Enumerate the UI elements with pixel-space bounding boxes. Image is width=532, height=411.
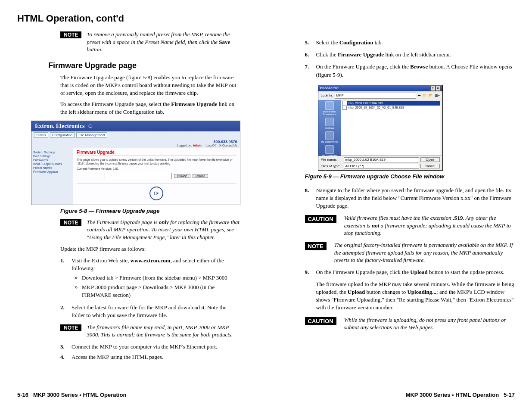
new-folder-icon[interactable]: 📂	[429, 93, 433, 97]
step-9: 9 On the Firmware Upgrade page, click th…	[305, 268, 515, 312]
heading-firmware-upgrade: Firmware Upgrade page	[48, 61, 240, 70]
close-icon[interactable]: ×	[436, 86, 441, 91]
nav-back-icon[interactable]: ⬅	[418, 93, 421, 97]
note-text: The original factory-installed firmware …	[334, 241, 515, 264]
step-1-bullet: MKP 3000 product page > Downloads > MKP …	[82, 283, 240, 299]
page-header: HTML Operation, cont'd	[17, 13, 240, 26]
nav-up-icon[interactable]: 📁	[423, 93, 427, 97]
tab-file-management[interactable]: File Management	[76, 132, 107, 138]
step-7: 7 On the Firmware Upgrade page, click th…	[305, 63, 515, 78]
sidebar-item[interactable]: Port Settings	[33, 155, 71, 158]
upload-button[interactable]: Upload	[193, 174, 208, 178]
panel-desc: This page allows you to upload a new ver…	[77, 158, 236, 165]
contact-link[interactable]: Contact Us	[222, 144, 237, 147]
refresh-icon: ⟳	[149, 187, 163, 200]
note-badge: NOTE	[305, 242, 327, 250]
sidebar-item[interactable]: System Settings	[33, 151, 71, 154]
note-factory-fw: NOTE The original factory-installed firm…	[305, 241, 515, 264]
current-version: Current Firmware Version: 2.01	[77, 167, 236, 170]
places-item[interactable]: Desktop	[319, 118, 340, 129]
figure-5-8-caption: Figure 5-8 — Firmware Upgrade page	[60, 208, 240, 214]
cancel-button[interactable]: Cancel	[420, 164, 440, 168]
note-badge: NOTE	[60, 324, 81, 331]
figure-5-9: Choose file ?× Look in: ⬅ 📁 📂 ▦▾ My Rece…	[318, 85, 443, 171]
note-fw-only: NOTE The Firmware Upgrade page is only f…	[60, 218, 240, 241]
extron-header: Extron. Electronics ☺	[31, 121, 240, 131]
lookin-label: Look in:	[321, 93, 333, 97]
file-list[interactable]: mkp_2000 2.02 B10A.S19 mkp_2000_19_1634_…	[341, 100, 441, 156]
sidebar-item[interactable]: Firmware Upgrade	[33, 170, 71, 173]
tab-status[interactable]: Status	[34, 132, 48, 138]
step-6: 6 Click the Firmware Upgrade link on the…	[305, 51, 515, 59]
step-5: 5 Select the Configuration tab.	[305, 39, 515, 47]
phone-number: 800.633.9876	[34, 140, 237, 144]
note-badge: NOTE	[60, 31, 81, 38]
filename-label: File name:	[321, 158, 342, 162]
extron-tabs: Status Configuration File Management	[31, 131, 240, 139]
para-fw-intro: The Firmware Upgrade page (figure 5-8) e…	[60, 74, 240, 97]
places-item[interactable]: My Recent Documents	[319, 101, 340, 115]
update-intro: Update the MKP firmware as follows:	[60, 245, 240, 253]
step-3: 3 Connect the MKP to your computer via t…	[60, 343, 240, 351]
figure-5-9-caption: Figure 5-9 — Firmware upgrade Choose Fil…	[305, 173, 515, 180]
caution-text: While the firmware is uploading, do not …	[344, 316, 515, 331]
filetype-dropdown[interactable]	[344, 164, 419, 169]
caution-badge: CAUTION	[305, 215, 336, 223]
step-1-bullet: Download tab > Firmware (from the sideba…	[82, 274, 240, 282]
note-text: The firmware's file name may read, in pa…	[87, 324, 240, 339]
caution-badge: CAUTION	[305, 317, 336, 325]
step-8: 8 Navigate to the folder where you saved…	[305, 187, 515, 210]
sidebar-item[interactable]: Input / Output Names	[33, 162, 71, 165]
note-text: The Firmware Upgrade page is only for re…	[87, 218, 240, 241]
places-item[interactable]: My Documents	[319, 131, 340, 143]
step-2: 2 Select the latest firmware file for th…	[60, 304, 240, 319]
view-menu-icon[interactable]: ▦▾	[435, 93, 440, 97]
file-item-selected[interactable]: mkp_2000 2.02 B10A.S19	[342, 101, 440, 106]
help-icon[interactable]: ?	[430, 86, 436, 91]
para-fw-access: To access the Firmware Upgrade page, sel…	[60, 100, 240, 116]
page-footer-right: MKP 3000 Series • HTML Operation 5-17	[406, 392, 515, 398]
filetype-label: Files of type:	[321, 164, 342, 168]
places-item[interactable]: My Computer	[319, 145, 340, 157]
step-4: 4 Access the MKP using the HTML pages.	[60, 353, 240, 361]
open-button[interactable]: Open	[420, 157, 440, 162]
file-item[interactable]: mkp_2000_19_1634_30_V2_01_B28.S19	[342, 106, 440, 110]
extron-statusbar: 800.633.9876 Logged on: Admin Log Off ✉ …	[31, 139, 240, 148]
caution-text: Valid firmware files must have the file …	[344, 214, 515, 237]
figure-5-8: Extron. Electronics ☺ Status Configurati…	[31, 121, 240, 205]
note-filename: NOTE The firmware's file name may read, …	[60, 324, 240, 339]
places-bar: My Recent Documents Desktop My Documents…	[318, 100, 341, 156]
browse-button[interactable]: Browse	[174, 174, 190, 178]
dialog-title: Choose file	[320, 86, 339, 90]
tab-configuration[interactable]: Configuration	[50, 132, 75, 138]
lookin-dropdown[interactable]	[335, 93, 416, 99]
page-footer-left: 5-16 MKP 3000 Series • HTML Operation	[17, 392, 126, 398]
sidebar-item[interactable]: Preset Names	[33, 166, 71, 169]
sidebar-item[interactable]: Passwords	[33, 159, 71, 162]
file-path-input[interactable]	[105, 173, 172, 179]
caution-uploading: CAUTION While the firmware is uploading,…	[305, 316, 515, 331]
panel-title: Firmware Upgrade	[77, 150, 236, 156]
note-remove-preset: NOTE To remove a previously named preset…	[60, 31, 240, 53]
step-1: 1 Visit the Extron Web site, www.extron.…	[60, 257, 240, 301]
extron-sidebar: System Settings Port Settings Passwords …	[31, 148, 73, 205]
note-text: To remove a previously named preset from…	[87, 31, 240, 53]
filename-input[interactable]	[344, 157, 419, 162]
logoff-link[interactable]: Log Off	[206, 144, 216, 147]
note-badge: NOTE	[60, 219, 81, 226]
caution-s19: CAUTION Valid firmware files must have t…	[305, 214, 515, 237]
